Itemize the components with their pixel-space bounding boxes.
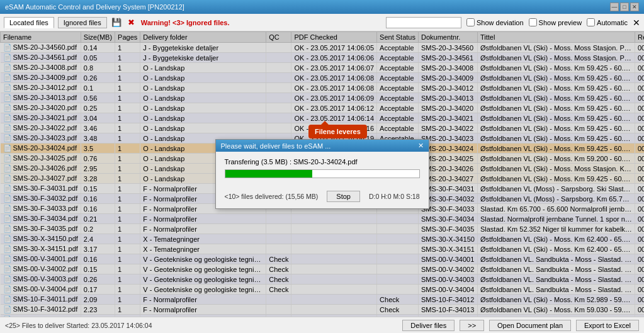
toolbar: Located files Ignored files 💾 ✖ Warning!… bbox=[0, 14, 644, 31]
export-to-excel-button[interactable]: Export to Excel bbox=[576, 320, 639, 331]
status-bar: <25> Files to deliver Started: 23.05.201… bbox=[0, 317, 644, 333]
modal-close-icon[interactable]: ✕ bbox=[418, 142, 424, 150]
arrow-button[interactable]: >> bbox=[460, 320, 484, 331]
file-table-container: Filename Size(MB) Pages Delivery folder … bbox=[0, 31, 644, 317]
show-deviation-label[interactable]: Show deviation bbox=[466, 18, 524, 26]
automatic-label[interactable]: Automatic bbox=[587, 18, 628, 26]
tab-ignored-files[interactable]: Ignored files bbox=[58, 17, 107, 28]
automatic-checkbox[interactable] bbox=[587, 18, 595, 26]
delete-icon[interactable]: ✖ bbox=[126, 17, 137, 28]
minimize-button[interactable]: — bbox=[610, 3, 619, 11]
modal-title-bar: Please wait, deliver files to eSAM ... ✕ bbox=[216, 140, 429, 152]
show-preview-checkbox[interactable] bbox=[529, 18, 537, 26]
modal-footer: <10> files delivered: (15,56 MB) Stop D:… bbox=[216, 187, 429, 208]
modal-title-text: Please wait, deliver files to eSAM ... bbox=[221, 142, 331, 150]
save-icon[interactable]: 💾 bbox=[111, 17, 122, 28]
close-button[interactable]: ✕ bbox=[630, 3, 639, 11]
progress-bar-container bbox=[225, 169, 420, 178]
progress-bar-fill bbox=[225, 170, 313, 178]
warning-text: Warning! <3> Ignored files. bbox=[141, 19, 230, 26]
modal-stop-button[interactable]: Stop bbox=[327, 191, 360, 202]
maximize-button[interactable]: □ bbox=[620, 3, 629, 11]
search-input[interactable] bbox=[386, 17, 461, 28]
modal-body: Transfering (3.5 MB) : SMS-20-J-34024.pd… bbox=[216, 152, 429, 187]
modal-transfer-line: Transfering (3.5 MB) : SMS-20-J-34024.pd… bbox=[225, 158, 420, 166]
title-bar: eSAM Automatic Control and Delivery Syst… bbox=[0, 0, 644, 14]
title-bar-controls: — □ ✕ bbox=[610, 3, 639, 11]
show-deviation-checkbox[interactable] bbox=[466, 18, 475, 26]
app-title: eSAM Automatic Control and Delivery Syst… bbox=[5, 3, 184, 11]
status-text: <25> Files to deliver Started: 23.05.201… bbox=[5, 322, 152, 329]
modal-timer: D:0 H:0 M:0 S:18 bbox=[369, 193, 420, 200]
modal-dialog: Please wait, deliver files to eSAM ... ✕… bbox=[215, 139, 429, 209]
show-preview-label[interactable]: Show preview bbox=[529, 18, 582, 26]
tab-located-files[interactable]: Located files bbox=[4, 17, 54, 28]
modal-delivered-text: <10> files delivered: (15,56 MB) bbox=[225, 193, 319, 200]
deliver-files-button[interactable]: Deliver files bbox=[402, 320, 455, 331]
open-document-plan-button[interactable]: Open Document plan bbox=[489, 320, 571, 331]
close-icon[interactable]: ✕ bbox=[633, 18, 640, 28]
tooltip-bubble: Filene leveres bbox=[308, 125, 367, 138]
modal-overlay: Please wait, deliver files to eSAM ... ✕… bbox=[0, 31, 644, 317]
